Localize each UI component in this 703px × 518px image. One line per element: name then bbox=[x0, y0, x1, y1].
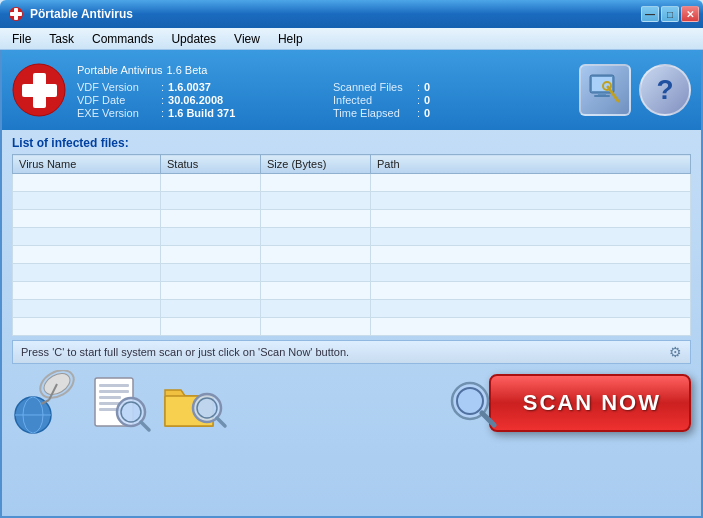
svg-rect-2 bbox=[10, 12, 22, 16]
app-icon bbox=[8, 6, 24, 22]
table-row bbox=[13, 300, 691, 318]
svg-rect-23 bbox=[99, 396, 121, 399]
window-controls: — □ ✕ bbox=[641, 6, 699, 22]
infected-row: Infected : 0 bbox=[333, 94, 569, 106]
table-row bbox=[13, 318, 691, 336]
menu-task[interactable]: Task bbox=[41, 30, 82, 48]
scanned-files-row: Scanned Files : 0 bbox=[333, 81, 569, 93]
svg-point-31 bbox=[197, 398, 217, 418]
info-grid: VDF Version : 1.6.0037 Scanned Files : 0… bbox=[77, 81, 569, 119]
menu-help[interactable]: Help bbox=[270, 30, 311, 48]
table-row bbox=[13, 192, 691, 210]
scan-now-magnifier-icon bbox=[442, 375, 497, 430]
svg-point-34 bbox=[457, 388, 483, 414]
av-logo-icon bbox=[12, 63, 67, 118]
infected-title: List of infected files: bbox=[12, 136, 691, 150]
scan-now-button[interactable]: SCAN NOW bbox=[489, 374, 691, 432]
window-title: Pörtable Antivirus bbox=[30, 7, 133, 21]
svg-rect-10 bbox=[594, 95, 610, 97]
title-bar-left: Pörtable Antivirus bbox=[8, 6, 133, 22]
table-row bbox=[13, 282, 691, 300]
app-title: Portable Antivirus 1.6 Beta bbox=[77, 61, 569, 77]
table-row bbox=[13, 210, 691, 228]
svg-point-27 bbox=[121, 402, 141, 422]
svg-line-32 bbox=[217, 418, 225, 426]
exe-version-row: EXE Version : 1.6 Build 371 bbox=[77, 107, 313, 119]
time-elapsed-row: Time Elapsed : 0 bbox=[333, 107, 569, 119]
title-bar: Pörtable Antivirus — □ ✕ bbox=[0, 0, 703, 28]
menu-updates[interactable]: Updates bbox=[163, 30, 224, 48]
table-row bbox=[13, 264, 691, 282]
svg-line-35 bbox=[482, 413, 494, 425]
svg-line-28 bbox=[141, 422, 149, 430]
bottom-icons bbox=[12, 370, 230, 435]
table-row bbox=[13, 174, 691, 192]
col-status: Status bbox=[161, 155, 261, 174]
menu-commands[interactable]: Commands bbox=[84, 30, 161, 48]
infected-section: List of infected files: Virus Name Statu… bbox=[2, 130, 701, 340]
menu-view[interactable]: View bbox=[226, 30, 268, 48]
vdf-version-row: VDF Version : 1.6.0037 bbox=[77, 81, 313, 93]
info-text-area: Portable Antivirus 1.6 Beta VDF Version … bbox=[77, 61, 569, 119]
col-size: Size (Bytes) bbox=[261, 155, 371, 174]
svg-rect-6 bbox=[33, 84, 46, 97]
tools-icon bbox=[588, 73, 622, 107]
minimize-button[interactable]: — bbox=[641, 6, 659, 22]
menu-bar: File Task Commands Updates View Help bbox=[0, 28, 703, 50]
question-mark-icon: ? bbox=[656, 74, 673, 106]
gear-icon: ⚙ bbox=[669, 344, 682, 360]
scan-folder-icon bbox=[160, 370, 230, 435]
tools-icon-box bbox=[579, 64, 631, 116]
satellite-icon bbox=[12, 370, 82, 435]
svg-rect-21 bbox=[99, 384, 129, 387]
info-header: Portable Antivirus 1.6 Beta VDF Version … bbox=[2, 50, 701, 130]
scan-document-icon bbox=[86, 370, 156, 435]
vdf-date-row: VDF Date : 30.06.2008 bbox=[77, 94, 313, 106]
help-icon-box[interactable]: ? bbox=[639, 64, 691, 116]
logo-area bbox=[12, 63, 67, 118]
header-icons: ? bbox=[579, 64, 691, 116]
table-row bbox=[13, 228, 691, 246]
status-message: Press 'C' to start full system scan or j… bbox=[21, 346, 349, 358]
scan-now-area: SCAN NOW bbox=[442, 374, 691, 432]
close-button[interactable]: ✕ bbox=[681, 6, 699, 22]
svg-rect-22 bbox=[99, 390, 129, 393]
status-bar: Press 'C' to start full system scan or j… bbox=[12, 340, 691, 364]
menu-file[interactable]: File bbox=[4, 30, 39, 48]
bottom-area: SCAN NOW bbox=[2, 364, 701, 441]
col-virus-name: Virus Name bbox=[13, 155, 161, 174]
col-path: Path bbox=[371, 155, 691, 174]
infected-files-table: Virus Name Status Size (Bytes) Path bbox=[12, 154, 691, 336]
main-content: Portable Antivirus 1.6 Beta VDF Version … bbox=[0, 50, 703, 518]
table-header-row: Virus Name Status Size (Bytes) Path bbox=[13, 155, 691, 174]
table-row bbox=[13, 246, 691, 264]
maximize-button[interactable]: □ bbox=[661, 6, 679, 22]
